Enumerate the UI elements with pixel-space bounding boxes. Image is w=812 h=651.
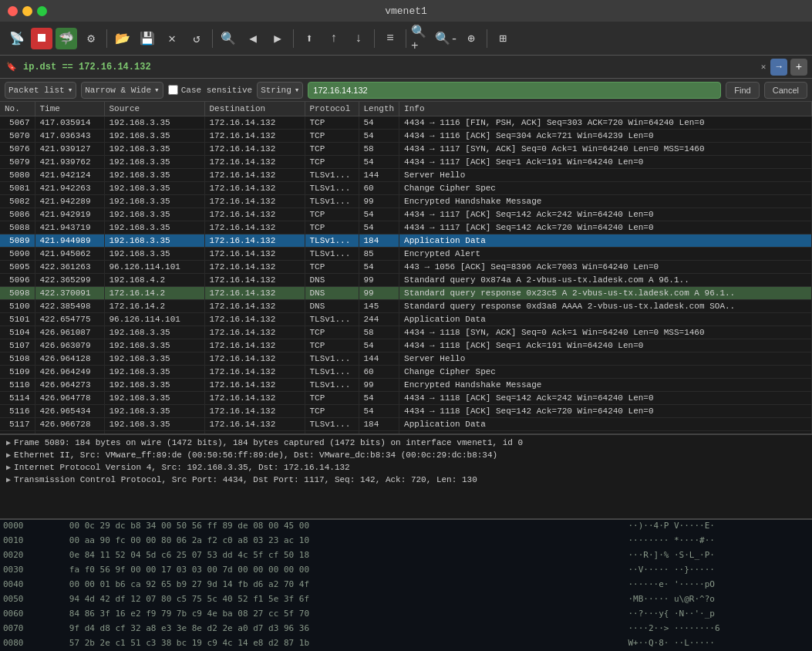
table-row[interactable]: 5081421.942263192.168.3.35172.16.14.132T… bbox=[0, 182, 812, 195]
table-row[interactable]: 5114426.964778192.168.3.35172.16.14.132T… bbox=[0, 392, 812, 405]
columns-icon[interactable]: ⊞ bbox=[492, 28, 514, 49]
zoom-in-icon[interactable]: 🔍+ bbox=[411, 28, 433, 49]
table-row[interactable]: 5104426.961087192.168.3.35172.16.14.132T… bbox=[0, 326, 812, 339]
case-sensitive-checkbox[interactable] bbox=[168, 85, 178, 95]
hex-bytes: 00 0c 29 dc b8 34 00 50 56 ff 89 de 08 0… bbox=[66, 520, 625, 535]
table-row[interactable]: 5100422.385498172.16.14.2172.16.14.132DN… bbox=[0, 300, 812, 313]
detail-row[interactable]: ▶Frame 5089: 184 bytes on wire (1472 bit… bbox=[0, 437, 812, 449]
table-row[interactable]: 5089421.944989192.168.3.35172.16.14.132T… bbox=[0, 234, 812, 248]
table-row[interactable]: 5088421.943719192.168.3.35172.16.14.132T… bbox=[0, 221, 812, 234]
interface-icon[interactable]: 📡 bbox=[6, 28, 28, 49]
toolbar-sep-3 bbox=[293, 29, 294, 48]
col-header-info[interactable]: Info bbox=[399, 102, 812, 116]
table-row[interactable]: 5079421.939762192.168.3.35172.16.14.132T… bbox=[0, 156, 812, 169]
close-file-icon[interactable]: ✕ bbox=[161, 28, 183, 49]
table-row[interactable]: 5101422.65477596.126.114.101172.16.14.13… bbox=[0, 313, 812, 326]
hex-ascii: ········ *····#·· bbox=[625, 535, 812, 549]
case-sensitive-label[interactable]: Case sensitive bbox=[168, 85, 252, 95]
find-packet-icon[interactable]: 🔍 bbox=[217, 28, 239, 49]
minimize-button[interactable] bbox=[22, 6, 32, 16]
hex-offset: 0070 bbox=[0, 622, 66, 637]
hex-offset: 0040 bbox=[0, 578, 66, 593]
back-icon[interactable]: ◀ bbox=[242, 28, 264, 49]
packet-list[interactable]: No. Time Source Destination Protocol Len… bbox=[0, 102, 812, 433]
table-row[interactable]: 5116426.965434192.168.3.35172.16.14.132T… bbox=[0, 405, 812, 418]
stop-capture-icon[interactable]: ⏹ bbox=[31, 28, 52, 49]
table-row[interactable]: 5076421.939127192.168.3.35172.16.14.132T… bbox=[0, 143, 812, 156]
toolbar-sep-5 bbox=[406, 29, 406, 48]
jump-first-icon[interactable]: ⬆ bbox=[298, 28, 320, 49]
hex-bytes: 84 86 3f 16 e2 f9 79 7b c9 4e ba 08 27 c… bbox=[66, 608, 625, 622]
search-input[interactable] bbox=[308, 82, 721, 99]
table-row[interactable]: 5109426.964249192.168.3.35172.16.14.132T… bbox=[0, 366, 812, 379]
clear-filter-icon[interactable]: ✕ bbox=[756, 60, 770, 74]
capture-options-icon[interactable]: ⚙ bbox=[80, 28, 102, 49]
zoom-out-icon[interactable]: 🔍- bbox=[436, 28, 457, 49]
hex-row: 0050 94 4d 42 df 12 07 80 c5 75 5c 40 52… bbox=[0, 593, 812, 608]
add-filter-button[interactable]: + bbox=[790, 59, 807, 76]
forward-icon[interactable]: ▶ bbox=[267, 28, 288, 49]
chevron-down-icon: ▾ bbox=[68, 85, 73, 95]
table-row[interactable]: 5067417.035914192.168.3.35172.16.14.132T… bbox=[0, 116, 812, 130]
save-file-icon[interactable]: 💾 bbox=[136, 28, 158, 49]
apply-filter-button[interactable]: → bbox=[770, 59, 787, 76]
col-header-time[interactable]: Time bbox=[35, 102, 104, 116]
search-scope-dropdown[interactable]: Packet list ▾ bbox=[5, 82, 76, 99]
open-file-icon[interactable]: 📂 bbox=[112, 28, 133, 49]
table-row[interactable]: 5108426.964128192.168.3.35172.16.14.132T… bbox=[0, 352, 812, 366]
col-header-source[interactable]: Source bbox=[104, 102, 204, 116]
table-row[interactable]: 5110426.964273192.168.3.35172.16.14.132T… bbox=[0, 379, 812, 392]
table-row[interactable]: 5098422.370091172.16.14.2172.16.14.132DN… bbox=[0, 287, 812, 300]
col-header-no[interactable]: No. bbox=[0, 102, 35, 116]
packet-table: No. Time Source Destination Protocol Len… bbox=[0, 102, 812, 433]
table-row[interactable]: 5117426.966728192.168.3.35172.16.14.132T… bbox=[0, 418, 812, 431]
reload-icon[interactable]: ↺ bbox=[186, 28, 207, 49]
detail-row[interactable]: ▶Internet Protocol Version 4, Src: 192.1… bbox=[0, 461, 812, 474]
table-row[interactable]: 5070417.036343192.168.3.35172.16.14.132T… bbox=[0, 130, 812, 143]
detail-row[interactable]: ▶Ethernet II, Src: VMware_ff:89:de (00:5… bbox=[0, 449, 812, 461]
search-display-dropdown[interactable]: Narrow & Wide ▾ bbox=[81, 82, 163, 99]
toolbar-sep-6 bbox=[487, 29, 487, 48]
hex-row: 0060 84 86 3f 16 e2 f9 79 7b c9 4e ba 08… bbox=[0, 608, 812, 622]
table-row[interactable]: 5090421.945062192.168.3.35172.16.14.132T… bbox=[0, 248, 812, 261]
hex-offset: 0030 bbox=[0, 564, 66, 578]
col-header-destination[interactable]: Destination bbox=[204, 102, 305, 116]
hex-row: 0010 00 aa 90 fc 00 00 80 06 2a f2 c0 a8… bbox=[0, 535, 812, 549]
table-row[interactable]: 5095422.36126396.126.114.101172.16.14.13… bbox=[0, 261, 812, 274]
zoom-normal-icon[interactable]: ⊕ bbox=[460, 28, 482, 49]
expand-icon: ▶ bbox=[6, 450, 11, 460]
cancel-button[interactable]: Cancel bbox=[764, 82, 807, 99]
scroll-up-icon[interactable]: ↑ bbox=[323, 28, 345, 49]
table-row[interactable]: 5107426.963079192.168.3.35172.16.14.132T… bbox=[0, 339, 812, 352]
filter-expression[interactable]: ip.dst == 172.16.14.132 bbox=[19, 62, 756, 73]
table-row[interactable]: 5096422.365299192.168.4.2172.16.14.132DN… bbox=[0, 274, 812, 287]
scroll-down-icon[interactable]: ↓ bbox=[348, 28, 369, 49]
col-header-protocol[interactable]: Protocol bbox=[305, 102, 359, 116]
table-row[interactable]: 5082421.942289192.168.3.35172.16.14.132T… bbox=[0, 195, 812, 208]
table-row[interactable]: 5086421.942919192.168.3.35172.16.14.132T… bbox=[0, 208, 812, 221]
hex-bytes: 0e 84 11 52 04 5d c6 25 07 53 dd 4c 5f c… bbox=[66, 549, 625, 564]
bookmark-icon[interactable]: 🔖 bbox=[5, 60, 19, 74]
hex-bytes: 00 aa 90 fc 00 00 80 06 2a f2 c0 a8 03 2… bbox=[66, 535, 625, 549]
hex-bytes: 9f d4 d8 cf 32 a8 e3 3e 8e d2 2e a0 d7 d… bbox=[66, 622, 625, 637]
table-row[interactable]: 5080421.942124192.168.3.35172.16.14.132T… bbox=[0, 169, 812, 182]
col-header-length[interactable]: Length bbox=[359, 102, 399, 116]
hex-offset: 0020 bbox=[0, 549, 66, 564]
hex-dump[interactable]: 0000 00 0c 29 dc b8 34 00 50 56 ff 89 de… bbox=[0, 518, 812, 651]
maximize-button[interactable] bbox=[37, 6, 47, 16]
window-controls[interactable] bbox=[8, 6, 47, 16]
hex-ascii: ······e· '·····pO bbox=[625, 578, 812, 593]
colorize-icon[interactable]: ≡ bbox=[379, 28, 401, 49]
hex-row: 0030 fa f0 56 9f 00 00 17 03 03 00 7d 00… bbox=[0, 564, 812, 578]
hex-bytes: fa f0 56 9f 00 00 17 03 03 00 7d 00 00 0… bbox=[66, 564, 625, 578]
hex-offset: 0050 bbox=[0, 593, 66, 608]
toolbar: 📡 ⏹ 🦈 ⚙ 📂 💾 ✕ ↺ 🔍 ◀ ▶ ⬆ ↑ ↓ ≡ 🔍+ 🔍- ⊕ ⊞ bbox=[0, 22, 812, 56]
expand-icon: ▶ bbox=[6, 475, 11, 484]
window-title: vmenet1 bbox=[385, 5, 427, 17]
packet-details[interactable]: ▶Frame 5089: 184 bytes on wire (1472 bit… bbox=[0, 433, 812, 518]
find-button[interactable]: Find bbox=[726, 82, 759, 99]
close-button[interactable] bbox=[8, 6, 18, 16]
start-capture-icon[interactable]: 🦈 bbox=[56, 28, 77, 49]
detail-row[interactable]: ▶Transmission Control Protocol, Src Port… bbox=[0, 474, 812, 486]
search-type-dropdown[interactable]: String ▾ bbox=[257, 82, 303, 99]
